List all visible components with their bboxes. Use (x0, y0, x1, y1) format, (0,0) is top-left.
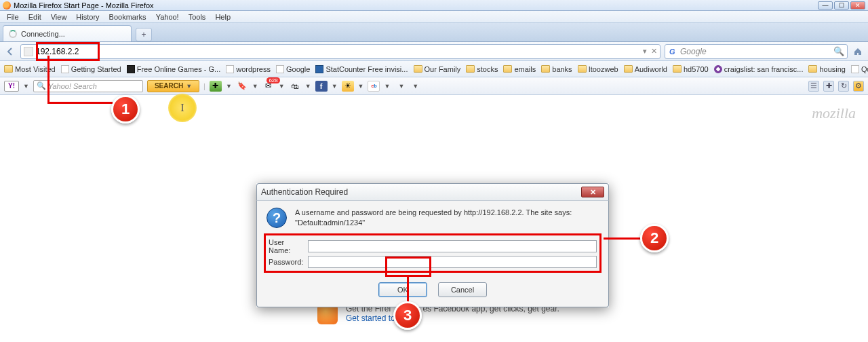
folder-icon (4, 65, 13, 73)
bookmark-stocks[interactable]: stocks (466, 65, 498, 73)
menu-yahoo[interactable]: Yahoo! (152, 12, 183, 22)
tab-strip: Connecting... + (0, 23, 868, 42)
bookmark-free-online-games[interactable]: Free Online Games - G... (127, 65, 220, 73)
username-label: User Name: (269, 238, 308, 254)
search-placeholder: Google (680, 47, 707, 56)
folder-icon (541, 65, 550, 73)
folder-icon (414, 65, 422, 73)
page-icon (61, 65, 69, 73)
stop-icon[interactable]: ✕ (651, 47, 657, 56)
folder-icon (503, 65, 512, 73)
annotation-badge-2: 2 (640, 224, 669, 252)
tab-label: Connecting... (21, 30, 65, 38)
bookmark-wordpress[interactable]: wordpress (226, 65, 271, 73)
new-tab-button[interactable]: + (136, 28, 152, 41)
dialog-titlebar: Authentication Required ✕ (256, 183, 609, 201)
window-titlebar: Mozilla Firefox Start Page - Mozilla Fir… (0, 0, 868, 11)
url-bar[interactable]: ▾ ✕ (20, 44, 660, 59)
navigation-bar: ▾ ✕ G Google 🔍 (0, 42, 868, 61)
dropdown-icon[interactable]: ▼ (23, 83, 29, 90)
annotation-line-2 (604, 238, 642, 240)
bookmark-housing[interactable]: housing (808, 65, 846, 73)
yahoo-search-input[interactable]: 🔍 Yahoo! Search (33, 80, 143, 92)
toolbar-facebook-icon[interactable]: f (315, 81, 328, 92)
page-icon (127, 65, 135, 73)
maximize-button[interactable]: ☐ (834, 1, 849, 10)
folder-icon (578, 65, 587, 73)
annotation-highlight-credentials: User Name: Password: (264, 233, 601, 273)
bookmark-banks[interactable]: banks (541, 65, 572, 73)
folder-icon (466, 65, 475, 73)
toolbar-refresh-icon[interactable]: ↻ (838, 81, 849, 92)
loading-throbber-icon (9, 30, 17, 38)
annotation-line-1b (47, 102, 113, 104)
username-input[interactable] (308, 240, 597, 252)
toolbar-weather-icon[interactable]: ☀ (342, 81, 354, 92)
annotation-badge-3: 3 (393, 301, 422, 330)
dropdown-icon[interactable]: ▾ (643, 47, 647, 56)
toolbar-add-icon[interactable]: ✚ (823, 81, 834, 92)
url-input[interactable] (36, 47, 643, 56)
menu-bookmarks[interactable]: Bookmarks (105, 12, 151, 22)
close-button[interactable]: ✕ (850, 1, 865, 10)
dialog-title: Authentication Required (261, 187, 348, 197)
bookmark-audiworld[interactable]: Audiworld (624, 65, 667, 73)
annotation-line-1 (47, 56, 50, 103)
bookmarks-toolbar: Most Visited Getting Started Free Online… (0, 61, 868, 77)
yahoo-search-button[interactable]: SEARCH▼ (147, 80, 199, 92)
search-icon[interactable]: 🔍 (833, 46, 844, 56)
back-button[interactable] (4, 45, 16, 58)
firefox-icon (3, 1, 11, 10)
menu-edit[interactable]: Edit (24, 12, 45, 22)
page-icon (226, 65, 234, 73)
ok-button[interactable]: OK (378, 282, 427, 297)
menu-bar: File Edit View History Bookmarks Yahoo! … (0, 11, 868, 23)
tab-active[interactable]: Connecting... (3, 25, 132, 41)
site-identity-icon (24, 47, 33, 56)
home-button[interactable] (852, 45, 864, 58)
bookmark-hd5700[interactable]: hd5700 (673, 65, 709, 73)
svg-text:G: G (669, 48, 675, 56)
toolbar-mail-icon[interactable]: ✉ (262, 81, 275, 92)
bookmark-quickpost[interactable]: QuickPost to today (851, 65, 868, 73)
yahoo-logo-icon[interactable]: Y! (4, 81, 19, 92)
google-engine-icon: G (668, 47, 677, 56)
peace-icon (714, 65, 722, 73)
search-bar[interactable]: G Google 🔍 (665, 44, 848, 59)
annotation-line-3 (407, 277, 409, 303)
menu-tools[interactable]: Tools (184, 12, 210, 22)
menu-view[interactable]: View (47, 12, 71, 22)
bookmark-emails[interactable]: emails (503, 65, 536, 73)
toolbar-bookmark-icon[interactable]: 🔖 (236, 81, 248, 92)
bookmark-statcounter[interactable]: StatCounter Free invisi... (315, 65, 408, 73)
folder-icon (808, 65, 817, 73)
password-input[interactable] (308, 256, 597, 268)
toolbar-shopping-icon[interactable]: 🛍 (289, 81, 301, 92)
folder-icon (673, 65, 682, 73)
question-icon: ? (267, 208, 287, 228)
bookmark-getting-started[interactable]: Getting Started (61, 65, 121, 73)
menu-history[interactable]: History (72, 12, 103, 22)
bookmark-our-family[interactable]: Our Family (414, 65, 461, 73)
minimize-button[interactable]: — (818, 1, 833, 10)
page-icon (276, 65, 284, 73)
yahoo-toolbar: Y! ▼ 🔍 Yahoo! Search SEARCH▼ | ✚▼ 🔖▼ ✉▼ … (0, 77, 868, 95)
menu-file[interactable]: File (3, 12, 23, 22)
folder-icon (624, 65, 633, 73)
bookmark-google[interactable]: Google (276, 65, 310, 73)
password-label: Password: (269, 258, 308, 266)
bookmark-itoozweb[interactable]: Itoozweb (578, 65, 618, 73)
toolbar-settings-icon[interactable]: ⚙ (853, 81, 864, 92)
dialog-close-button[interactable]: ✕ (581, 187, 604, 197)
dialog-message: A username and password are being reques… (295, 208, 572, 228)
window-title: Mozilla Firefox Start Page - Mozilla Fir… (14, 1, 154, 10)
yahoo-search-placeholder: Yahoo! Search (48, 82, 97, 90)
cancel-button[interactable]: Cancel (438, 282, 487, 297)
toolbar-apps-icon[interactable]: ✚ (210, 81, 222, 92)
toolbar-list-icon[interactable]: ☰ (808, 81, 819, 92)
toolbar-ebay-icon[interactable]: eb (368, 81, 380, 92)
menu-help[interactable]: Help (211, 12, 235, 22)
bookmark-craigslist[interactable]: craigslist: san francisc... (714, 65, 804, 73)
page-icon (315, 65, 323, 73)
annotation-badge-1: 1 (111, 95, 140, 124)
